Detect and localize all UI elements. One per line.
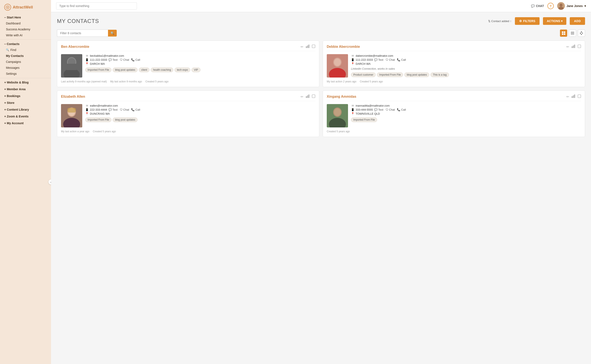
list-view-button[interactable] — [569, 30, 576, 37]
card-body: ✉ dabercrombie@mailinator.com 📱 111-222-… — [327, 54, 581, 78]
sidebar-collapse-button[interactable]: ◀ — [48, 179, 51, 185]
last-action: My last action 2 years ago — [327, 80, 356, 83]
text-button[interactable]: 💬 Text — [374, 58, 383, 61]
contact-name[interactable]: Xingang Ammidas — [327, 95, 356, 98]
sidebar-item-write-with-ai[interactable]: Write with AI — [0, 32, 51, 38]
svg-rect-26 — [65, 64, 78, 70]
logo-icon — [4, 4, 11, 11]
sidebar-item-zoom-events[interactable]: + Zoom & Events — [0, 113, 51, 119]
user-menu[interactable]: Jane Jones ▾ — [557, 2, 586, 10]
svg-rect-36 — [307, 95, 308, 98]
filter-contacts-input[interactable] — [57, 30, 108, 37]
card-footer: Last activity 9 months ago (opened mail)… — [61, 80, 315, 83]
add-contact-button[interactable]: ADD — [570, 17, 585, 25]
sidebar-item-my-account[interactable]: + My Account — [0, 120, 51, 126]
edit-icon[interactable]: ✏ — [566, 95, 569, 99]
checkbox-icon[interactable] — [312, 45, 315, 49]
svg-rect-11 — [571, 34, 574, 34]
sidebar-item-settings[interactable]: Settings — [0, 71, 51, 77]
call-button[interactable]: 📞 Call — [131, 58, 140, 61]
sidebar-item-success-academy[interactable]: Success Academy — [0, 26, 51, 32]
location-row: 📍 DUNCRAIG WA — [85, 112, 315, 115]
card-header: Ben Abercrombie ✏ — [61, 45, 315, 51]
card-actions: ✏ — [301, 95, 315, 99]
location-icon: 📍 — [85, 112, 89, 115]
page-content: MY CONTACTS ⇅ Contact added ↑ ⚙ FILTERS … — [51, 12, 591, 364]
svg-rect-28 — [573, 46, 574, 48]
chat-button[interactable]: 🗨 Chat — [120, 108, 129, 111]
svg-point-3 — [559, 4, 563, 6]
stats-icon[interactable] — [306, 45, 309, 49]
sidebar-item-dashboard[interactable]: Dashboard — [0, 20, 51, 26]
contact-photo — [327, 54, 348, 78]
help-button[interactable]: ? — [547, 3, 554, 9]
card-footer: My last action a year agoCreated 5 years… — [61, 130, 315, 133]
sort-button[interactable]: ⇅ Contact added ↑ — [488, 20, 511, 23]
sidebar-item-website-blog[interactable]: + Website & Blog — [0, 79, 51, 85]
contact-tag: tech expo — [174, 68, 190, 72]
checkbox-icon[interactable] — [578, 95, 581, 99]
svg-point-0 — [6, 6, 9, 9]
chat-button[interactable]: 🗨 Chat — [385, 58, 395, 61]
view-toggles — [560, 30, 585, 37]
svg-rect-19 — [307, 46, 308, 48]
filter-search-button[interactable]: 🔍 — [108, 30, 117, 37]
created-date: Created 5 years ago — [327, 130, 350, 133]
filters-button[interactable]: ⚙ FILTERS — [515, 17, 539, 25]
sidebar-item-store[interactable]: + Store — [0, 100, 51, 106]
location-row: 📍 DARCH WA — [85, 62, 315, 65]
sidebar-item-find[interactable]: 🔍 Find — [0, 47, 51, 53]
grid-view-button[interactable] — [560, 30, 567, 37]
call-button[interactable]: 📞 Call — [397, 58, 406, 61]
email-icon: ✉ — [351, 104, 354, 107]
text-button[interactable]: 💬 Text — [108, 108, 118, 111]
location-value: DARCH WA — [90, 62, 105, 65]
card-actions: ✏ — [566, 95, 581, 99]
card-actions: ✏ — [301, 45, 315, 49]
contact-name[interactable]: Ben Abercrombie — [61, 45, 89, 49]
contact-card: Elizabeth Allen ✏ — [57, 91, 319, 137]
filter-bar: 🔍 — [57, 30, 585, 37]
checkbox-icon[interactable] — [578, 45, 581, 49]
last-activity: Last activity 9 months ago (opened mail) — [61, 80, 107, 83]
contact-tag: VIP — [192, 68, 200, 72]
global-search-input[interactable] — [56, 2, 137, 10]
stats-icon[interactable] — [572, 45, 575, 49]
edit-icon[interactable]: ✏ — [301, 95, 303, 99]
email-value: beckabba1@mailinator.com — [90, 54, 124, 57]
chat-button[interactable]: 🗨 Chat — [120, 58, 129, 61]
user-menu-arrow: ▾ — [584, 4, 586, 8]
text-button[interactable]: 💬 Text — [108, 58, 118, 61]
actions-button[interactable]: ACTIONS ▾ — [543, 17, 566, 25]
chat-button[interactable]: 🗨 Chat — [385, 108, 395, 111]
stats-icon[interactable] — [572, 95, 575, 99]
chat-button[interactable]: 💬 CHAT — [531, 4, 544, 8]
sidebar-item-content-library[interactable]: + Content Library — [0, 107, 51, 113]
edit-icon[interactable]: ✏ — [301, 45, 303, 49]
sidebar-item-member-area[interactable]: + Member Area — [0, 86, 51, 92]
checkbox-icon[interactable] — [312, 95, 315, 99]
contact-name[interactable]: Debbie Abercrombie — [327, 45, 360, 49]
topbar-right: 💬 CHAT ? Jane Jones ▾ — [531, 2, 586, 10]
tags-row: Imported From Fileblog post updatesclien… — [85, 68, 315, 72]
tree-view-button[interactable] — [578, 30, 585, 37]
sidebar-item-messages[interactable]: Messages — [0, 65, 51, 71]
contact-tag: health coaching — [151, 68, 173, 72]
text-button[interactable]: 💬 Text — [374, 108, 383, 111]
card-body: ✉ beckabba1@mailinator.com 📱 111-222-333… — [61, 54, 315, 78]
svg-point-34 — [334, 58, 341, 66]
svg-rect-30 — [578, 45, 581, 48]
call-button[interactable]: 📞 Call — [131, 108, 140, 111]
location-icon: 📍 — [351, 112, 354, 115]
svg-rect-9 — [571, 32, 574, 32]
location-icon: 📍 — [351, 62, 354, 65]
sidebar-item-campaigns[interactable]: Campaigns — [0, 59, 51, 65]
avatar — [557, 2, 565, 10]
svg-rect-35 — [306, 96, 307, 98]
call-button[interactable]: 📞 Call — [397, 108, 406, 111]
sidebar-item-my-contacts[interactable]: My Contacts — [0, 53, 51, 59]
edit-icon[interactable]: ✏ — [566, 45, 569, 49]
sidebar-item-bookings[interactable]: + Bookings — [0, 93, 51, 99]
contact-name[interactable]: Elizabeth Allen — [61, 95, 85, 98]
stats-icon[interactable] — [306, 95, 309, 99]
